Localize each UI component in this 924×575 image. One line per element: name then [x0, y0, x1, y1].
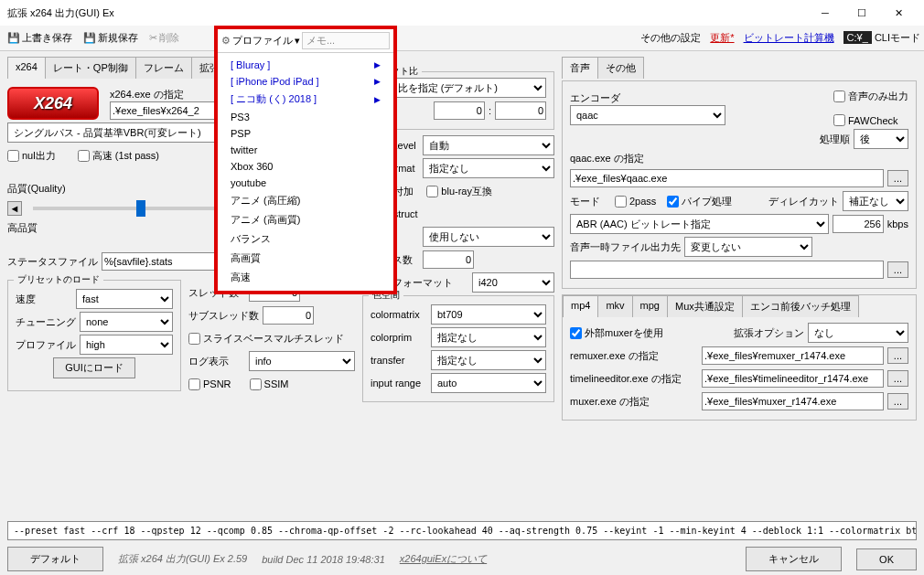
update-link[interactable]: 更新* — [710, 31, 734, 45]
cli-mode-button[interactable]: C:¥_ CLIモード — [843, 31, 920, 45]
build-date: build Dec 11 2018 19:48:31 — [262, 554, 385, 565]
toolbar: 💾 上書き保存 💾 新規保存 ✂ 削除 その他の設定 更新* ビットレート計算機… — [0, 26, 924, 51]
delay-cut-select[interactable]: 補正なし — [843, 191, 908, 211]
nul-output-checkbox[interactable]: nul出力 — [7, 149, 56, 163]
save-new-button[interactable]: 💾 新規保存 — [80, 29, 142, 47]
level-select[interactable]: 自動 — [423, 135, 554, 155]
save-icon: 💾 — [7, 32, 20, 44]
qaac-exe-input[interactable] — [570, 169, 884, 187]
tab-x264[interactable]: x264 — [7, 57, 46, 79]
audio-temp-browse-button[interactable]: ... — [887, 261, 908, 278]
ok-button[interactable]: OK — [856, 548, 917, 570]
right-tabs: 音声その他 — [562, 57, 917, 79]
minimize-button[interactable]: ─ — [807, 0, 843, 26]
commandline-display: --preset fast --crf 18 --qpstep 12 --qco… — [7, 521, 917, 540]
fast-1st-pass-checkbox[interactable]: 高速 (1st pass) — [78, 149, 159, 163]
tab-エンコ前後バッチ処理[interactable]: エンコ前後バッチ処理 — [742, 295, 859, 317]
quality-decrease-button[interactable]: ◄ — [7, 201, 22, 216]
default-button[interactable]: デフォルト — [7, 547, 103, 571]
cancel-button[interactable]: キャンセル — [746, 547, 842, 571]
process-order-select[interactable]: 後 — [854, 129, 908, 149]
qaac-browse-button[interactable]: ... — [887, 170, 908, 186]
sub-threads-input[interactable] — [263, 306, 314, 325]
transfer-select[interactable]: 指定なし — [431, 350, 546, 370]
audio-encoder-select[interactable]: qaac — [570, 105, 725, 125]
tuning-select[interactable]: none — [80, 312, 173, 332]
colorprim-select[interactable]: 指定なし — [431, 327, 546, 347]
bitrate-calc-link[interactable]: ビットレート計算機 — [744, 31, 834, 45]
remuxer-browse-button[interactable]: ... — [887, 347, 908, 364]
muxer-browse-button[interactable]: ... — [887, 393, 908, 410]
other-settings-link[interactable]: その他の設定 — [640, 31, 701, 45]
sar-a-input[interactable] — [434, 101, 485, 120]
audio-temp-select[interactable]: 変更しない — [684, 237, 812, 257]
profile-menu-item[interactable]: youtube — [218, 175, 393, 191]
videoformat-select[interactable]: 指定なし — [423, 158, 554, 178]
log-select[interactable]: info — [249, 351, 355, 371]
status-file-label: ステータスファイル — [7, 255, 98, 269]
output-format-select[interactable]: i420 — [472, 272, 554, 293]
psnr-checkbox[interactable]: PSNR — [188, 378, 231, 390]
profile-menu-item[interactable]: [ Bluray ]▶ — [218, 57, 393, 73]
colormatrix-select[interactable]: bt709 — [431, 304, 546, 325]
tab-mpg[interactable]: mpg — [632, 295, 668, 317]
profile-menu-item[interactable]: アニメ (高画質) — [218, 210, 393, 229]
delete-button[interactable]: ✂ 削除 — [145, 29, 183, 47]
tab-mp4[interactable]: mp4 — [563, 295, 598, 317]
speed-select[interactable]: fast — [76, 289, 173, 309]
window-title: 拡張 x264 出力(GUI) Ex — [7, 6, 114, 20]
audio-temp-path-input[interactable] — [570, 261, 884, 279]
tab-フレーム[interactable]: フレーム — [135, 57, 192, 79]
profile-menu-item[interactable]: [ ニコ動 (く) 2018 ]▶ — [218, 90, 393, 109]
mux-tabs: mp4mkvmpgMux共通設定エンコ前後バッチ処理 — [563, 295, 916, 317]
profile-menu-item[interactable]: twitter — [218, 142, 393, 158]
nal-hrd-select[interactable]: 使用しない — [423, 227, 554, 247]
profile-menu-item[interactable]: 高速 — [218, 268, 393, 287]
tab-音声[interactable]: 音声 — [562, 57, 598, 79]
tab-Mux共通設定[interactable]: Mux共通設定 — [667, 295, 743, 317]
about-link[interactable]: x264guiExについて — [400, 552, 487, 566]
tab-その他[interactable]: その他 — [597, 57, 644, 79]
profile-dropdown-panel: ⚙ プロファイル ▾ メモ... [ Bluray ]▶[ iPhone iPo… — [214, 26, 397, 294]
profile-select[interactable]: high — [80, 335, 173, 355]
input-range-select[interactable]: auto — [431, 373, 546, 393]
profile-label: プロファイル — [232, 34, 293, 48]
maximize-button[interactable]: ☐ — [843, 0, 880, 26]
audio-mode-select[interactable]: ABR (AAC) ビットレート指定 — [570, 214, 829, 234]
x264-logo: X264 — [7, 87, 99, 120]
sar-b-input[interactable] — [495, 101, 546, 120]
profile-menu-item[interactable]: [ iPhone iPod iPad ]▶ — [218, 73, 393, 90]
slices-input[interactable] — [423, 250, 474, 269]
audio-bitrate-input[interactable] — [833, 215, 884, 233]
save-new-icon: 💾 — [83, 32, 96, 44]
titlebar: 拡張 x264 出力(GUI) Ex ─ ☐ ✕ — [0, 0, 924, 26]
timelineeditor-input[interactable] — [702, 369, 884, 388]
ext-muxer-checkbox[interactable]: 外部muxerを使用 — [570, 326, 663, 340]
profile-dropdown-arrow[interactable]: ▾ — [295, 35, 300, 47]
save-overwrite-button[interactable]: 💾 上書き保存 — [4, 29, 76, 47]
footer: デフォルト 拡張 x264 出力(GUI) Ex 2.59 build Dec … — [7, 547, 917, 571]
close-button[interactable]: ✕ — [880, 0, 917, 26]
profile-menu-item[interactable]: PS3 — [218, 109, 393, 125]
profile-menu-item[interactable]: PSP — [218, 125, 393, 142]
fawcheck-checkbox[interactable]: FAWCheck — [833, 114, 908, 126]
profile-menu-item[interactable]: アニメ (高圧縮) — [218, 191, 393, 210]
remuxer-input[interactable] — [702, 346, 884, 365]
audio-2pass-checkbox[interactable]: 2pass — [615, 196, 656, 208]
load-to-gui-button[interactable]: GUIにロード — [53, 357, 135, 378]
profile-menu-item[interactable]: 高画質 — [218, 249, 393, 268]
pipe-checkbox[interactable]: パイプ処理 — [667, 195, 732, 208]
tab-mkv[interactable]: mkv — [597, 295, 632, 317]
bluray-compat-checkbox[interactable]: blu-ray互換 — [426, 185, 492, 198]
audio-only-checkbox[interactable]: 音声のみ出力 — [833, 90, 908, 103]
muxer-input[interactable] — [702, 392, 884, 410]
profile-menu-item[interactable]: Xbox 360 — [218, 158, 393, 175]
build-name: 拡張 x264 出力(GUI) Ex 2.59 — [118, 552, 247, 566]
ext-option-select[interactable]: なし — [808, 323, 908, 343]
memo-input[interactable]: メモ... — [302, 32, 390, 49]
ssim-checkbox[interactable]: SSIM — [250, 378, 289, 390]
tab-レート・QP制御[interactable]: レート・QP制御 — [45, 57, 136, 79]
tl-browse-button[interactable]: ... — [887, 370, 908, 387]
profile-menu-item[interactable]: バランス — [218, 229, 393, 249]
slice-mt-checkbox[interactable]: スライスベースマルチスレッド — [188, 328, 355, 348]
